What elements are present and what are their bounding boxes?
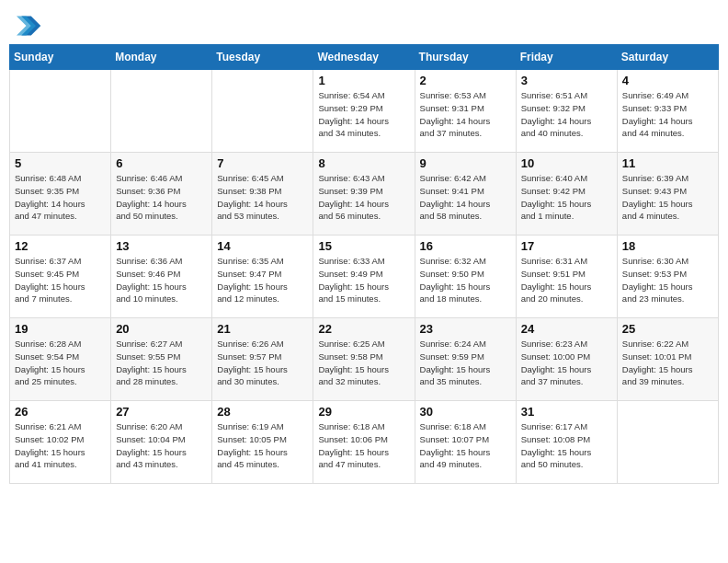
day-number: 11 bbox=[622, 156, 713, 170]
week-row-2: 5Sunrise: 6:48 AM Sunset: 9:35 PM Daylig… bbox=[10, 153, 719, 236]
day-number: 12 bbox=[15, 239, 106, 253]
day-number: 18 bbox=[622, 239, 713, 253]
day-number: 13 bbox=[116, 239, 207, 253]
day-cell: 17Sunrise: 6:31 AM Sunset: 9:51 PM Dayli… bbox=[516, 236, 617, 318]
day-cell: 19Sunrise: 6:28 AM Sunset: 9:54 PM Dayli… bbox=[10, 318, 111, 401]
day-cell: 10Sunrise: 6:40 AM Sunset: 9:42 PM Dayli… bbox=[516, 153, 617, 236]
week-row-4: 19Sunrise: 6:28 AM Sunset: 9:54 PM Dayli… bbox=[10, 318, 719, 401]
day-info: Sunrise: 6:28 AM Sunset: 9:54 PM Dayligh… bbox=[15, 338, 106, 388]
day-cell: 14Sunrise: 6:35 AM Sunset: 9:47 PM Dayli… bbox=[212, 236, 313, 318]
day-number: 8 bbox=[318, 156, 409, 170]
day-info: Sunrise: 6:18 AM Sunset: 10:06 PM Daylig… bbox=[318, 420, 409, 471]
week-row-3: 12Sunrise: 6:37 AM Sunset: 9:45 PM Dayli… bbox=[10, 236, 719, 318]
header bbox=[0, 0, 728, 44]
day-cell: 13Sunrise: 6:36 AM Sunset: 9:46 PM Dayli… bbox=[111, 236, 212, 318]
day-cell: 27Sunrise: 6:20 AM Sunset: 10:04 PM Dayl… bbox=[111, 401, 212, 484]
day-info: Sunrise: 6:37 AM Sunset: 9:45 PM Dayligh… bbox=[15, 255, 106, 305]
day-cell bbox=[212, 70, 313, 153]
day-info: Sunrise: 6:22 AM Sunset: 10:01 PM Daylig… bbox=[622, 338, 713, 388]
day-cell bbox=[10, 70, 111, 153]
day-info: Sunrise: 6:36 AM Sunset: 9:46 PM Dayligh… bbox=[116, 255, 207, 305]
day-cell: 4Sunrise: 6:49 AM Sunset: 9:33 PM Daylig… bbox=[617, 70, 718, 153]
day-cell: 29Sunrise: 6:18 AM Sunset: 10:06 PM Dayl… bbox=[313, 401, 415, 484]
day-info: Sunrise: 6:54 AM Sunset: 9:29 PM Dayligh… bbox=[318, 89, 409, 140]
day-info: Sunrise: 6:26 AM Sunset: 9:57 PM Dayligh… bbox=[217, 338, 308, 388]
day-cell: 12Sunrise: 6:37 AM Sunset: 9:45 PM Dayli… bbox=[10, 236, 111, 318]
day-info: Sunrise: 6:25 AM Sunset: 9:58 PM Dayligh… bbox=[318, 338, 409, 388]
day-info: Sunrise: 6:49 AM Sunset: 9:33 PM Dayligh… bbox=[622, 89, 713, 140]
day-info: Sunrise: 6:46 AM Sunset: 9:36 PM Dayligh… bbox=[116, 172, 207, 223]
day-cell bbox=[617, 401, 718, 484]
week-row-1: 1Sunrise: 6:54 AM Sunset: 9:29 PM Daylig… bbox=[10, 70, 719, 153]
day-number: 24 bbox=[521, 322, 612, 336]
day-info: Sunrise: 6:33 AM Sunset: 9:49 PM Dayligh… bbox=[318, 255, 409, 305]
day-number: 2 bbox=[420, 74, 511, 87]
day-cell: 1Sunrise: 6:54 AM Sunset: 9:29 PM Daylig… bbox=[313, 70, 415, 153]
day-info: Sunrise: 6:31 AM Sunset: 9:51 PM Dayligh… bbox=[521, 255, 612, 305]
calendar-container: SundayMondayTuesdayWednesdayThursdayFrid… bbox=[9, 44, 719, 484]
day-info: Sunrise: 6:42 AM Sunset: 9:41 PM Dayligh… bbox=[420, 172, 511, 223]
day-cell: 22Sunrise: 6:25 AM Sunset: 9:58 PM Dayli… bbox=[313, 318, 415, 401]
day-info: Sunrise: 6:20 AM Sunset: 10:04 PM Daylig… bbox=[116, 420, 207, 471]
week-row-5: 26Sunrise: 6:21 AM Sunset: 10:02 PM Dayl… bbox=[10, 401, 719, 484]
day-info: Sunrise: 6:30 AM Sunset: 9:53 PM Dayligh… bbox=[622, 255, 713, 305]
day-info: Sunrise: 6:24 AM Sunset: 9:59 PM Dayligh… bbox=[420, 338, 511, 388]
weekday-header-thursday: Thursday bbox=[415, 45, 516, 70]
day-cell: 24Sunrise: 6:23 AM Sunset: 10:00 PM Dayl… bbox=[516, 318, 617, 401]
day-number: 7 bbox=[217, 156, 308, 170]
day-info: Sunrise: 6:17 AM Sunset: 10:08 PM Daylig… bbox=[521, 420, 612, 471]
day-number: 29 bbox=[318, 405, 409, 419]
day-info: Sunrise: 6:43 AM Sunset: 9:39 PM Dayligh… bbox=[318, 172, 409, 223]
day-number: 17 bbox=[521, 239, 612, 253]
day-cell: 25Sunrise: 6:22 AM Sunset: 10:01 PM Dayl… bbox=[617, 318, 718, 401]
day-number: 27 bbox=[116, 405, 207, 419]
day-cell bbox=[111, 70, 212, 153]
day-number: 25 bbox=[622, 322, 713, 336]
weekday-header-friday: Friday bbox=[516, 45, 617, 70]
day-cell: 8Sunrise: 6:43 AM Sunset: 9:39 PM Daylig… bbox=[313, 153, 415, 236]
day-number: 28 bbox=[217, 405, 308, 419]
day-number: 22 bbox=[318, 322, 409, 336]
day-info: Sunrise: 6:32 AM Sunset: 9:50 PM Dayligh… bbox=[420, 255, 511, 305]
day-number: 3 bbox=[521, 74, 612, 87]
day-cell: 28Sunrise: 6:19 AM Sunset: 10:05 PM Dayl… bbox=[212, 401, 313, 484]
day-info: Sunrise: 6:35 AM Sunset: 9:47 PM Dayligh… bbox=[217, 255, 308, 305]
day-cell: 6Sunrise: 6:46 AM Sunset: 9:36 PM Daylig… bbox=[111, 153, 212, 236]
day-info: Sunrise: 6:19 AM Sunset: 10:05 PM Daylig… bbox=[217, 420, 308, 471]
page: SundayMondayTuesdayWednesdayThursdayFrid… bbox=[0, 0, 728, 563]
day-cell: 15Sunrise: 6:33 AM Sunset: 9:49 PM Dayli… bbox=[313, 236, 415, 318]
day-info: Sunrise: 6:53 AM Sunset: 9:31 PM Dayligh… bbox=[420, 89, 511, 140]
day-number: 10 bbox=[521, 156, 612, 170]
day-number: 1 bbox=[318, 74, 409, 87]
day-number: 31 bbox=[521, 405, 612, 419]
day-number: 21 bbox=[217, 322, 308, 336]
weekday-header-monday: Monday bbox=[111, 45, 212, 70]
day-cell: 3Sunrise: 6:51 AM Sunset: 9:32 PM Daylig… bbox=[516, 70, 617, 153]
day-info: Sunrise: 6:40 AM Sunset: 9:42 PM Dayligh… bbox=[521, 172, 612, 223]
day-number: 30 bbox=[420, 405, 511, 419]
day-number: 4 bbox=[622, 74, 713, 87]
day-cell: 30Sunrise: 6:18 AM Sunset: 10:07 PM Dayl… bbox=[415, 401, 516, 484]
day-number: 23 bbox=[420, 322, 511, 336]
weekday-header-wednesday: Wednesday bbox=[313, 45, 415, 70]
day-number: 19 bbox=[15, 322, 106, 336]
day-info: Sunrise: 6:18 AM Sunset: 10:07 PM Daylig… bbox=[420, 420, 511, 471]
day-cell: 11Sunrise: 6:39 AM Sunset: 9:43 PM Dayli… bbox=[617, 153, 718, 236]
day-info: Sunrise: 6:48 AM Sunset: 9:35 PM Dayligh… bbox=[15, 172, 106, 223]
weekday-header-saturday: Saturday bbox=[617, 45, 718, 70]
day-cell: 26Sunrise: 6:21 AM Sunset: 10:02 PM Dayl… bbox=[10, 401, 111, 484]
day-number: 15 bbox=[318, 239, 409, 253]
day-cell: 2Sunrise: 6:53 AM Sunset: 9:31 PM Daylig… bbox=[415, 70, 516, 153]
weekday-header-sunday: Sunday bbox=[10, 45, 111, 70]
day-cell: 5Sunrise: 6:48 AM Sunset: 9:35 PM Daylig… bbox=[10, 153, 111, 236]
day-info: Sunrise: 6:21 AM Sunset: 10:02 PM Daylig… bbox=[15, 420, 106, 471]
day-number: 6 bbox=[116, 156, 207, 170]
day-number: 5 bbox=[15, 156, 106, 170]
day-info: Sunrise: 6:23 AM Sunset: 10:00 PM Daylig… bbox=[521, 338, 612, 388]
logo bbox=[17, 13, 46, 39]
day-info: Sunrise: 6:51 AM Sunset: 9:32 PM Dayligh… bbox=[521, 89, 612, 140]
day-number: 16 bbox=[420, 239, 511, 253]
day-number: 26 bbox=[15, 405, 106, 419]
day-cell: 16Sunrise: 6:32 AM Sunset: 9:50 PM Dayli… bbox=[415, 236, 516, 318]
day-cell: 20Sunrise: 6:27 AM Sunset: 9:55 PM Dayli… bbox=[111, 318, 212, 401]
